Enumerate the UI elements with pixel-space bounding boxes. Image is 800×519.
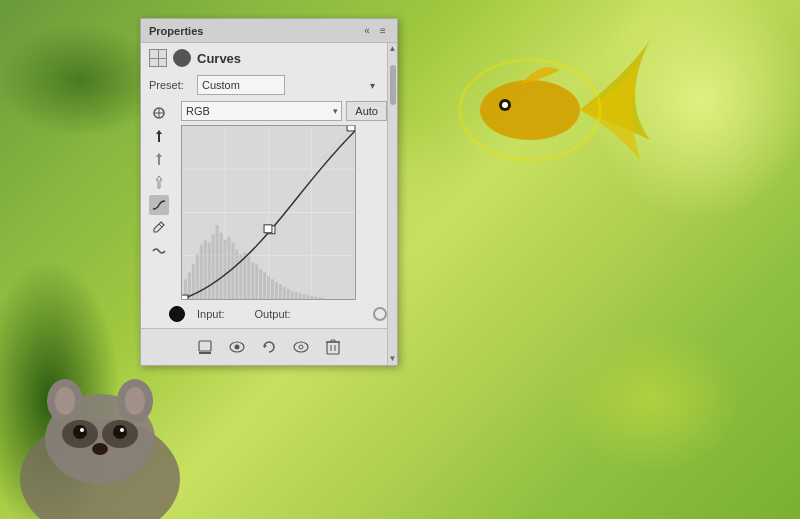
svg-rect-55 [291,291,294,299]
delete-button[interactable] [321,335,345,359]
eraser-alt-tool[interactable] [149,241,169,261]
svg-rect-36 [216,225,219,299]
eye-button[interactable] [289,335,313,359]
svg-rect-39 [227,237,230,299]
svg-rect-68 [264,225,272,233]
scroll-thumb[interactable] [390,65,396,105]
svg-rect-47 [259,269,262,299]
svg-rect-56 [295,292,298,299]
svg-point-14 [55,387,75,415]
svg-rect-48 [263,272,266,299]
svg-rect-51 [275,282,278,299]
curves-title: Curves [197,51,241,66]
svg-rect-54 [287,289,290,299]
fish-area [430,10,650,210]
svg-rect-38 [224,240,227,299]
svg-rect-59 [307,295,310,299]
io-labels-row: Input: Output: [189,308,369,320]
svg-rect-37 [220,233,223,299]
side-tools [149,101,173,261]
svg-rect-40 [231,243,234,299]
svg-point-8 [73,425,87,439]
svg-point-0 [480,80,580,140]
svg-rect-50 [271,279,274,299]
collapse-button[interactable]: « [361,25,373,37]
curves-graph-container: ▲ [181,125,387,300]
svg-point-11 [120,428,124,432]
scroll-down-btn[interactable]: ▼ [389,353,397,365]
svg-rect-46 [255,264,258,299]
pointer-tool[interactable] [149,103,169,123]
svg-rect-62 [318,297,321,299]
svg-rect-45 [251,262,254,299]
svg-rect-58 [303,294,306,299]
visibility-button[interactable] [225,335,249,359]
svg-point-10 [80,428,84,432]
svg-rect-66 [347,126,355,131]
black-point[interactable] [169,306,185,322]
svg-point-75 [299,345,303,349]
svg-rect-60 [311,296,314,299]
eyedropper-gray-tool[interactable] [149,149,169,169]
white-point[interactable] [373,307,387,321]
svg-rect-44 [247,256,250,299]
scroll-up-btn[interactable]: ▲ [389,43,397,55]
channel-dropdown-wrap: RGB Red Green Blue [181,101,342,121]
svg-point-72 [235,345,240,350]
svg-rect-33 [204,240,207,299]
svg-point-74 [294,342,308,352]
svg-rect-52 [279,284,282,299]
layer-icon [149,49,167,67]
preset-row: Preset: Custom Default Strong Contrast [141,73,387,99]
bottom-toolbar [141,328,397,365]
channel-select[interactable]: RGB Red Green Blue [181,101,342,121]
svg-rect-57 [299,293,302,299]
svg-rect-63 [322,298,325,299]
eyedropper-black-tool[interactable] [149,126,169,146]
right-section: RGB Red Green Blue Auto ▲ [181,101,387,300]
preset-select[interactable]: Custom Default Strong Contrast [197,75,285,95]
preset-dropdown-wrap: Custom Default Strong Contrast [197,75,379,95]
toolbar-rgb-section: RGB Red Green Blue Auto ▲ [141,99,387,302]
scroll-track [388,55,397,353]
svg-marker-73 [264,344,267,348]
auto-button[interactable]: Auto [346,101,387,121]
curves-graph[interactable] [181,125,356,300]
svg-rect-53 [283,287,286,299]
curve-edit-tool[interactable] [149,195,169,215]
panel-controls: « ≡ [361,25,389,37]
panel-scrollbar[interactable]: ▲ ▼ [387,43,397,365]
svg-rect-76 [327,342,339,354]
bw-io-row: Input: Output: [141,302,387,324]
svg-rect-67 [182,295,188,299]
clip-to-layer-button[interactable] [193,335,217,359]
pencil-tool[interactable] [149,218,169,238]
svg-point-16 [125,387,145,415]
input-label: Input: [197,308,225,320]
eyedropper-white-tool[interactable] [149,172,169,192]
svg-rect-61 [314,297,317,299]
panel-title: Properties [149,25,203,37]
adjustment-icon [173,49,191,67]
output-label: Output: [255,308,291,320]
svg-line-20 [159,224,162,227]
svg-point-12 [92,443,108,455]
reset-button[interactable] [257,335,281,359]
svg-point-9 [113,425,127,439]
svg-rect-69 [199,341,211,351]
svg-point-2 [502,102,508,108]
svg-rect-41 [235,250,238,299]
preset-label: Preset: [149,79,191,91]
rgb-auto-row: RGB Red Green Blue Auto [181,101,387,121]
histogram-svg [182,126,355,299]
properties-panel: Properties « ≡ Curves Preset: Custom [140,18,398,366]
panel-header: Curves [141,43,387,73]
svg-rect-49 [267,276,270,299]
panel-titlebar: Properties « ≡ [141,19,397,43]
menu-button[interactable]: ≡ [377,25,389,37]
